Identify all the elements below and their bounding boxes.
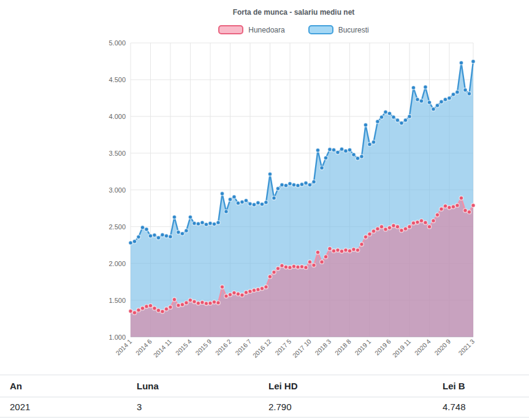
data-point-bucuresti[interactable]: [292, 183, 295, 186]
legend-item-bucuresti[interactable]: Bucuresti: [308, 25, 369, 34]
data-point-bucuresti[interactable]: [204, 223, 208, 226]
data-point-hunedoara[interactable]: [172, 297, 176, 301]
data-point-hunedoara[interactable]: [416, 220, 419, 224]
data-point-bucuresti[interactable]: [220, 192, 224, 196]
data-point-bucuresti[interactable]: [392, 115, 395, 119]
data-point-bucuresti[interactable]: [280, 183, 284, 186]
data-point-bucuresti[interactable]: [411, 86, 415, 90]
data-point-bucuresti[interactable]: [416, 97, 419, 101]
data-point-bucuresti[interactable]: [268, 172, 272, 176]
data-point-bucuresti[interactable]: [348, 148, 351, 151]
data-point-hunedoara[interactable]: [304, 265, 308, 269]
legend-item-hunedoara[interactable]: Hunedoara: [218, 25, 284, 34]
data-point-bucuresti[interactable]: [435, 104, 439, 107]
data-point-hunedoara[interactable]: [188, 298, 192, 302]
data-point-bucuresti[interactable]: [212, 222, 216, 226]
data-point-bucuresti[interactable]: [308, 183, 311, 186]
data-point-hunedoara[interactable]: [344, 248, 348, 252]
data-point-hunedoara[interactable]: [148, 304, 152, 307]
data-point-hunedoara[interactable]: [276, 267, 280, 270]
data-point-bucuresti[interactable]: [169, 235, 172, 239]
data-point-hunedoara[interactable]: [408, 225, 411, 229]
data-point-hunedoara[interactable]: [427, 225, 431, 229]
data-point-bucuresti[interactable]: [344, 149, 348, 153]
data-point-hunedoara[interactable]: [419, 219, 423, 223]
data-point-hunedoara[interactable]: [129, 309, 132, 313]
data-point-hunedoara[interactable]: [164, 307, 168, 311]
data-point-hunedoara[interactable]: [320, 260, 324, 264]
data-point-bucuresti[interactable]: [463, 88, 467, 92]
data-point-bucuresti[interactable]: [216, 221, 220, 224]
data-point-bucuresti[interactable]: [312, 180, 316, 183]
data-point-hunedoara[interactable]: [356, 248, 359, 252]
data-point-hunedoara[interactable]: [288, 265, 292, 269]
data-point-hunedoara[interactable]: [132, 311, 136, 315]
data-point-hunedoara[interactable]: [268, 275, 272, 278]
data-point-hunedoara[interactable]: [368, 232, 371, 236]
data-point-bucuresti[interactable]: [356, 156, 359, 160]
data-point-hunedoara[interactable]: [395, 225, 399, 229]
data-point-bucuresti[interactable]: [447, 96, 451, 100]
data-point-hunedoara[interactable]: [204, 302, 208, 305]
data-point-hunedoara[interactable]: [156, 308, 160, 312]
data-point-hunedoara[interactable]: [360, 242, 363, 246]
data-point-hunedoara[interactable]: [260, 286, 264, 290]
data-point-hunedoara[interactable]: [340, 250, 343, 253]
data-point-hunedoara[interactable]: [212, 300, 216, 304]
data-point-hunedoara[interactable]: [145, 305, 148, 308]
data-point-hunedoara[interactable]: [328, 246, 332, 250]
data-point-hunedoara[interactable]: [216, 301, 220, 305]
data-point-bucuresti[interactable]: [224, 210, 228, 213]
data-point-bucuresti[interactable]: [328, 148, 332, 151]
data-point-hunedoara[interactable]: [411, 221, 415, 225]
data-point-hunedoara[interactable]: [292, 264, 295, 268]
data-point-hunedoara[interactable]: [332, 249, 335, 253]
data-point-hunedoara[interactable]: [272, 270, 276, 274]
data-point-hunedoara[interactable]: [220, 285, 224, 289]
data-point-hunedoara[interactable]: [252, 288, 256, 292]
data-point-hunedoara[interactable]: [153, 307, 156, 310]
data-point-hunedoara[interactable]: [451, 205, 455, 208]
data-point-bucuresti[interactable]: [192, 221, 196, 225]
data-point-bucuresti[interactable]: [424, 85, 427, 89]
data-point-bucuresti[interactable]: [467, 92, 471, 96]
data-point-bucuresti[interactable]: [363, 123, 367, 127]
data-point-bucuresti[interactable]: [408, 115, 411, 118]
data-point-bucuresti[interactable]: [368, 142, 371, 146]
data-point-bucuresti[interactable]: [304, 181, 308, 185]
data-point-bucuresti[interactable]: [352, 153, 356, 156]
data-point-bucuresti[interactable]: [371, 140, 375, 144]
data-point-hunedoara[interactable]: [392, 224, 395, 227]
data-point-hunedoara[interactable]: [196, 301, 200, 305]
data-point-bucuresti[interactable]: [129, 241, 132, 245]
data-point-hunedoara[interactable]: [463, 208, 467, 212]
data-point-bucuresti[interactable]: [324, 156, 327, 159]
data-point-bucuresti[interactable]: [196, 222, 200, 226]
data-point-bucuresti[interactable]: [140, 226, 144, 229]
data-point-hunedoara[interactable]: [387, 226, 391, 229]
data-point-hunedoara[interactable]: [403, 227, 407, 231]
data-point-hunedoara[interactable]: [256, 288, 260, 291]
data-point-hunedoara[interactable]: [284, 265, 287, 269]
data-point-bucuresti[interactable]: [164, 234, 168, 238]
data-point-hunedoara[interactable]: [443, 204, 447, 208]
data-point-bucuresti[interactable]: [360, 155, 363, 158]
data-point-bucuresti[interactable]: [340, 147, 343, 151]
data-point-bucuresti[interactable]: [455, 90, 459, 94]
data-point-bucuresti[interactable]: [177, 231, 180, 234]
data-point-bucuresti[interactable]: [232, 195, 236, 199]
data-point-bucuresti[interactable]: [236, 201, 240, 205]
data-point-bucuresti[interactable]: [395, 118, 399, 122]
data-point-hunedoara[interactable]: [348, 249, 351, 253]
data-point-bucuresti[interactable]: [137, 235, 140, 239]
data-point-bucuresti[interactable]: [332, 148, 335, 151]
data-point-hunedoara[interactable]: [384, 227, 387, 231]
data-point-hunedoara[interactable]: [379, 225, 383, 229]
data-point-bucuresti[interactable]: [384, 110, 387, 114]
data-point-hunedoara[interactable]: [169, 305, 172, 309]
data-point-hunedoara[interactable]: [177, 304, 180, 307]
data-point-bucuresti[interactable]: [256, 201, 260, 205]
data-point-bucuresti[interactable]: [208, 221, 212, 225]
data-point-hunedoara[interactable]: [137, 308, 140, 312]
data-point-hunedoara[interactable]: [180, 303, 184, 307]
